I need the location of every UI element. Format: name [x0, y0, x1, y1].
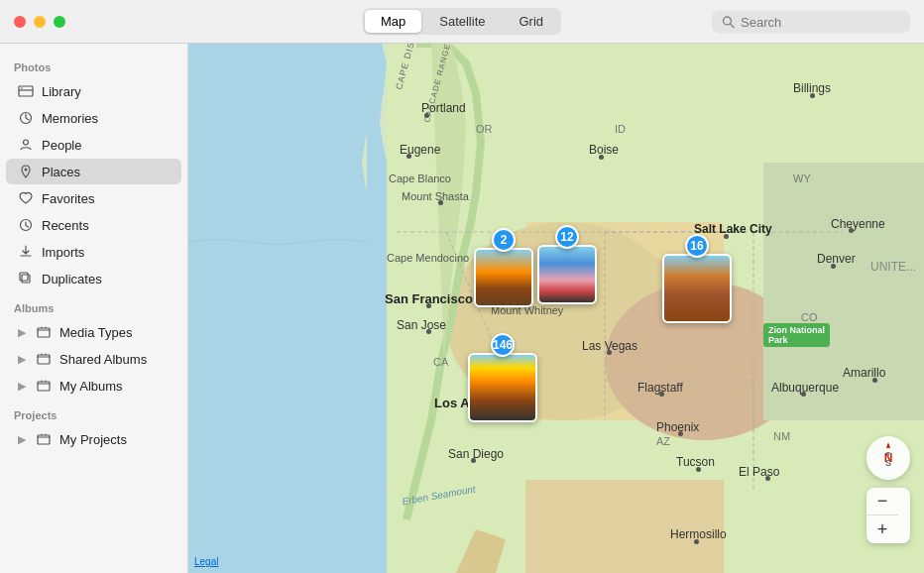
- united-states-label: UNITE...: [870, 260, 916, 274]
- dot-albuquerque: [801, 392, 806, 397]
- zoom-out-button[interactable]: −: [866, 488, 898, 516]
- cluster-16-photo[interactable]: [662, 254, 732, 323]
- dot-portland: [424, 113, 429, 118]
- duplicates-icon: [18, 271, 34, 286]
- dot-cheyenne: [849, 228, 854, 233]
- traffic-lights: [0, 16, 65, 28]
- cluster-146-photo[interactable]: [468, 353, 537, 422]
- sidebar-item-label-media-types: Media Types: [59, 325, 132, 340]
- tab-grid[interactable]: Grid: [503, 10, 559, 33]
- cluster-146-badge[interactable]: 146: [491, 333, 515, 357]
- sidebar-item-shared-albums[interactable]: ▶ Shared Albums: [6, 346, 181, 372]
- dot-billings: [810, 93, 815, 98]
- sidebar-item-media-types[interactable]: ▶ Media Types: [6, 319, 181, 345]
- map-container[interactable]: CAPE DISAPPOINTMENT CASCADE RANGE Portla…: [188, 44, 924, 573]
- sidebar-item-label-library: Library: [42, 84, 81, 99]
- tab-satellite[interactable]: Satellite: [423, 10, 501, 33]
- sidebar-item-label-my-albums: My Albums: [59, 379, 123, 394]
- my-albums-icon: [36, 378, 52, 394]
- sidebar-item-my-projects[interactable]: ▶ My Projects: [6, 426, 181, 452]
- svg-point-5: [24, 140, 29, 145]
- sidebar-item-favorites[interactable]: Favorites: [6, 185, 181, 211]
- dot-amarillo: [872, 378, 877, 383]
- dot-el-paso: [765, 476, 770, 481]
- expand-icon-projects: ▶: [18, 433, 26, 446]
- dot-denver: [831, 264, 836, 269]
- cluster-2-photo[interactable]: [474, 248, 533, 307]
- map-background: CAPE DISAPPOINTMENT CASCADE RANGE: [188, 44, 924, 573]
- cluster-12-badge[interactable]: 12: [555, 225, 579, 249]
- search-input[interactable]: [741, 14, 900, 29]
- sidebar-item-label-imports: Imports: [42, 245, 84, 260]
- svg-line-1: [731, 24, 735, 28]
- cluster-146[interactable]: 146: [468, 333, 537, 422]
- svg-rect-13: [38, 435, 50, 444]
- sidebar-section-projects: Projects: [0, 400, 187, 425]
- svg-point-6: [25, 169, 28, 172]
- dot-las-vegas: [607, 350, 612, 355]
- favorites-icon: [18, 190, 34, 206]
- legal-link[interactable]: Legal: [194, 556, 218, 567]
- sidebar-item-memories[interactable]: Memories: [6, 105, 181, 131]
- media-types-icon: [36, 324, 52, 340]
- sidebar-item-label-duplicates: Duplicates: [42, 272, 102, 286]
- cluster-2[interactable]: 2: [474, 228, 533, 307]
- svg-rect-18: [763, 163, 924, 420]
- svg-rect-2: [19, 86, 33, 96]
- minimize-button[interactable]: [34, 16, 46, 28]
- view-tabs: Map Satellite Grid: [363, 8, 561, 35]
- zoom-in-button[interactable]: +: [866, 516, 898, 543]
- sidebar-item-imports[interactable]: Imports: [6, 239, 181, 265]
- sidebar-item-places[interactable]: Places: [6, 159, 181, 184]
- dot-mount-shasta: [438, 200, 443, 205]
- tab-map[interactable]: Map: [365, 10, 421, 33]
- toolbar-center: Map Satellite Grid: [363, 8, 561, 35]
- svg-rect-28: [525, 480, 724, 573]
- svg-rect-9: [20, 273, 28, 281]
- dot-sf: [426, 303, 431, 308]
- my-projects-icon: [36, 431, 52, 447]
- sidebar-section-albums: Albums: [0, 292, 187, 318]
- compass-rose[interactable]: N S: [866, 436, 910, 480]
- sidebar-item-people[interactable]: People: [6, 132, 181, 158]
- dot-san-jose: [426, 329, 431, 334]
- imports-icon: [18, 244, 34, 260]
- expand-icon-media: ▶: [18, 326, 26, 339]
- cluster-16[interactable]: 16: [662, 234, 732, 323]
- sidebar-section-photos: Photos: [0, 52, 187, 77]
- sidebar-item-my-albums[interactable]: ▶ My Albums: [6, 373, 181, 399]
- dot-flagstaff: [659, 392, 664, 397]
- expand-icon-shared: ▶: [18, 353, 26, 366]
- people-icon: [18, 137, 34, 153]
- recents-icon: [18, 217, 34, 233]
- library-icon: [18, 83, 34, 99]
- sidebar-item-label-my-projects: My Projects: [59, 432, 127, 447]
- dot-phoenix: [678, 431, 683, 436]
- sidebar: Photos Library Memories People Places: [0, 44, 188, 573]
- cluster-16-badge[interactable]: 16: [685, 234, 709, 258]
- dot-eugene: [406, 154, 411, 159]
- sidebar-item-duplicates[interactable]: Duplicates: [6, 266, 181, 291]
- cluster-12[interactable]: 12: [537, 225, 597, 304]
- close-button[interactable]: [14, 16, 26, 28]
- maximize-button[interactable]: [54, 16, 65, 28]
- dot-tucson: [696, 467, 701, 472]
- shared-albums-icon: [36, 351, 52, 367]
- dot-san-diego: [471, 458, 476, 463]
- zoom-controls: − +: [866, 488, 910, 543]
- titlebar: Map Satellite Grid: [0, 0, 924, 44]
- zion-national-park-badge[interactable]: Zion NationalPark: [763, 323, 830, 347]
- sidebar-item-recents[interactable]: Recents: [6, 212, 181, 238]
- sidebar-item-label-places: Places: [42, 165, 80, 179]
- map-controls: N S − +: [866, 436, 910, 543]
- cluster-12-photo[interactable]: [537, 245, 597, 304]
- sidebar-item-label-people: People: [42, 138, 81, 153]
- search-bar[interactable]: [712, 10, 910, 33]
- main-content: Photos Library Memories People Places: [0, 44, 924, 573]
- svg-rect-11: [38, 355, 50, 364]
- sidebar-item-label-recents: Recents: [42, 218, 89, 233]
- sidebar-item-library[interactable]: Library: [6, 78, 181, 104]
- cluster-2-badge[interactable]: 2: [492, 228, 516, 252]
- dot-boise: [599, 155, 604, 160]
- sidebar-item-label-favorites: Favorites: [42, 191, 94, 206]
